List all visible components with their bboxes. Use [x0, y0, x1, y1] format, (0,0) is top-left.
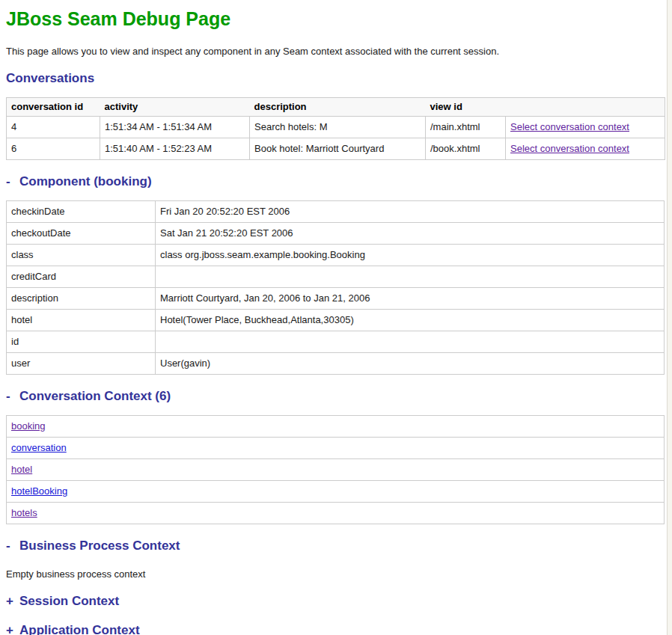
list-item: booking — [7, 416, 665, 438]
table-row: 4 1:51:34 AM - 1:51:34 AM Search hotels:… — [7, 117, 665, 138]
table-row: hotel Hotel(Tower Place, Buckhead,Atlant… — [7, 310, 665, 331]
conversations-header-row: conversation id activity description vie… — [7, 98, 665, 117]
list-item: hotelBooking — [7, 481, 665, 503]
property-name-cell: class — [7, 245, 156, 266]
expand-plus-icon[interactable]: + — [6, 594, 19, 609]
business-process-empty-message: Empty business process context — [6, 568, 659, 580]
action-cell: Select conversation context — [506, 138, 665, 160]
collapse-minus-icon[interactable]: - — [6, 389, 19, 404]
property-name-cell: creditCard — [7, 266, 156, 288]
property-value-cell: User(gavin) — [156, 353, 665, 375]
list-item: hotels — [7, 503, 665, 524]
conversation-id-cell: 4 — [7, 117, 100, 138]
collapse-minus-icon[interactable]: - — [6, 539, 19, 553]
session-context-heading[interactable]: +Session Context — [6, 594, 659, 609]
component-booking-heading[interactable]: -Component (booking) — [6, 174, 659, 189]
context-variable-link-hotels[interactable]: hotels — [11, 507, 37, 518]
application-context-heading[interactable]: +Application Context — [6, 623, 659, 635]
property-name-cell: id — [7, 331, 156, 353]
property-name-cell: user — [7, 353, 156, 375]
column-header-action — [506, 98, 665, 117]
list-item: conversation — [7, 438, 665, 459]
page-title: JBoss Seam Debug Page — [6, 7, 659, 30]
table-row: description Marriott Courtyard, Jan 20, … — [7, 288, 665, 310]
property-name-cell: checkoutDate — [7, 223, 156, 245]
description-cell: Search hotels: M — [250, 117, 426, 138]
expand-plus-icon[interactable]: + — [6, 623, 19, 635]
property-value-cell: Marriott Courtyard, Jan 20, 2006 to Jan … — [156, 288, 665, 310]
table-row: checkoutDate Sat Jan 21 20:52:20 EST 200… — [7, 223, 665, 245]
table-row: user User(gavin) — [7, 353, 665, 375]
context-variable-link-conversation[interactable]: conversation — [11, 442, 67, 453]
business-process-context-heading-label: Business Process Context — [19, 539, 180, 553]
context-variable-link-booking[interactable]: booking — [11, 420, 46, 432]
intro-text: This page allows you to view and inspect… — [6, 46, 659, 57]
table-row: id — [7, 331, 665, 353]
session-context-heading-label: Session Context — [19, 594, 119, 608]
column-header-description: description — [250, 98, 426, 117]
list-item: hotel — [7, 459, 665, 481]
table-row: class class org.jboss.seam.example.booki… — [7, 245, 665, 266]
conversation-context-table: booking conversation hotel hotelBooking … — [6, 415, 665, 524]
table-row: checkinDate Fri Jan 20 20:52:20 EST 2006 — [7, 201, 665, 223]
select-conversation-context-link[interactable]: Select conversation context — [510, 143, 629, 154]
view-id-cell: /main.xhtml — [426, 117, 506, 138]
collapse-minus-icon[interactable]: - — [6, 174, 19, 189]
conversations-heading: Conversations — [6, 71, 659, 86]
component-booking-heading-label: Component (booking) — [19, 174, 152, 188]
conversations-table: conversation id activity description vie… — [6, 97, 665, 160]
debug-page: JBoss Seam Debug Page This page allows y… — [0, 0, 666, 635]
table-row: 6 1:51:40 AM - 1:52:23 AM Book hotel: Ma… — [7, 138, 665, 160]
table-row: creditCard — [7, 266, 665, 288]
context-variable-link-hotel[interactable]: hotel — [11, 464, 32, 475]
column-header-view-id: view id — [426, 98, 506, 117]
column-header-conversation-id: conversation id — [7, 98, 100, 117]
application-context-heading-label: Application Context — [19, 623, 140, 635]
action-cell: Select conversation context — [506, 117, 665, 138]
business-process-context-heading[interactable]: -Business Process Context — [6, 539, 659, 553]
column-header-activity: activity — [100, 98, 250, 117]
select-conversation-context-link[interactable]: Select conversation context — [510, 121, 629, 132]
conversation-context-heading[interactable]: -Conversation Context (6) — [6, 389, 659, 404]
conversation-id-cell: 6 — [7, 138, 100, 160]
property-value-cell — [156, 331, 665, 353]
conversation-context-heading-label: Conversation Context (6) — [19, 389, 171, 403]
description-cell: Book hotel: Marriott Courtyard — [250, 138, 426, 160]
context-variable-link-hotelBooking[interactable]: hotelBooking — [11, 485, 67, 497]
property-name-cell: checkinDate — [7, 201, 156, 223]
property-value-cell: Fri Jan 20 20:52:20 EST 2006 — [156, 201, 665, 223]
property-value-cell: Hotel(Tower Place, Buckhead,Atlanta,3030… — [156, 310, 665, 331]
property-value-cell: class org.jboss.seam.example.booking.Boo… — [156, 245, 665, 266]
property-value-cell — [156, 266, 665, 288]
property-value-cell: Sat Jan 21 20:52:20 EST 2006 — [156, 223, 665, 245]
activity-cell: 1:51:34 AM - 1:51:34 AM — [100, 117, 250, 138]
component-properties-table: checkinDate Fri Jan 20 20:52:20 EST 2006… — [6, 200, 665, 375]
activity-cell: 1:51:40 AM - 1:52:23 AM — [100, 138, 250, 160]
page-right-edge — [667, 0, 672, 635]
property-name-cell: description — [7, 288, 156, 310]
property-name-cell: hotel — [7, 310, 156, 331]
view-id-cell: /book.xhtml — [426, 138, 506, 160]
